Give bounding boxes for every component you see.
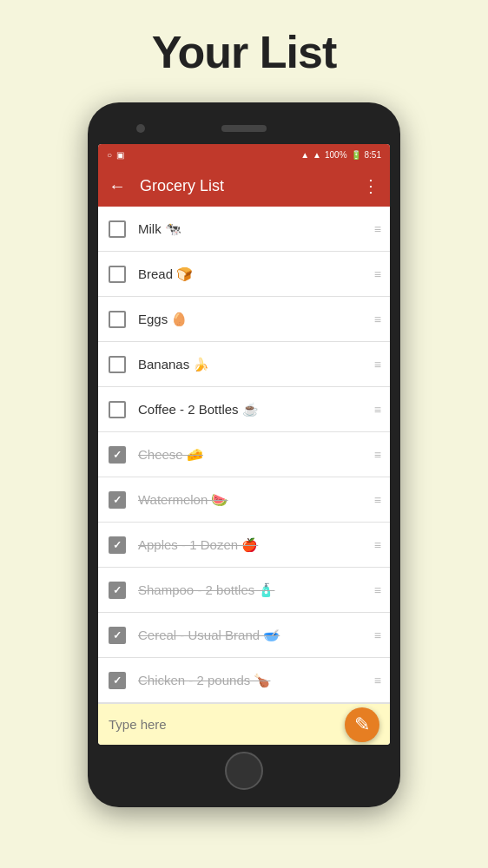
- toolbar-title: Grocery List: [140, 177, 362, 195]
- wifi-icon: ▲: [300, 150, 309, 160]
- list-item-text: Coffee - 2 Bottles ☕: [138, 402, 374, 418]
- drag-handle-icon[interactable]: ≡: [374, 584, 379, 596]
- drag-handle-icon[interactable]: ≡: [374, 494, 379, 506]
- drag-handle-icon[interactable]: ≡: [374, 358, 379, 371]
- phone-frame: ○ ▣ ▲ ▲ 100% 🔋 8:51 ← Grocery List ⋮ Mil…: [88, 102, 400, 807]
- list-item-checkbox[interactable]: [109, 356, 126, 373]
- add-icon: ✎: [354, 713, 370, 736]
- status-icon-square: ▣: [116, 150, 124, 160]
- status-right: ▲ ▲ 100% 🔋 8:51: [300, 150, 381, 160]
- list-item-checkbox[interactable]: [109, 311, 126, 328]
- list-item-text: Bananas 🍌: [138, 357, 374, 372]
- list-item-text: Bread 🍞: [138, 266, 374, 282]
- phone-bottom: [98, 752, 390, 790]
- drag-handle-icon[interactable]: ≡: [374, 404, 379, 416]
- battery-icon: 🔋: [351, 150, 361, 160]
- phone-screen: ○ ▣ ▲ ▲ 100% 🔋 8:51 ← Grocery List ⋮ Mil…: [98, 144, 390, 745]
- list-item-checkbox[interactable]: [109, 672, 126, 689]
- drag-handle-icon[interactable]: ≡: [374, 268, 379, 280]
- list-item-checkbox[interactable]: [109, 401, 126, 418]
- clock: 8:51: [365, 150, 381, 160]
- grocery-list: Milk 🐄≡Bread 🍞≡Eggs 🥚≡Bananas 🍌≡Coffee -…: [98, 207, 390, 703]
- list-item: Cereal - Usual Brand 🥣≡: [98, 613, 390, 658]
- drag-handle-icon[interactable]: ≡: [374, 674, 379, 687]
- list-item-text: Cheese 🧀: [138, 447, 374, 463]
- list-item: Watermelon 🍉≡: [98, 477, 390, 523]
- list-item: Milk 🐄≡: [98, 207, 390, 252]
- home-button[interactable]: [225, 752, 263, 790]
- list-item-checkbox[interactable]: [109, 266, 126, 283]
- list-item: Bread 🍞≡: [98, 252, 390, 297]
- list-item: Coffee - 2 Bottles ☕≡: [98, 387, 390, 432]
- list-item: Bananas 🍌≡: [98, 342, 390, 387]
- list-item-checkbox[interactable]: [109, 491, 126, 509]
- back-button[interactable]: ←: [109, 176, 126, 196]
- signal-icon: ▲: [313, 150, 321, 160]
- list-item-text: Cereal - Usual Brand 🥣: [138, 628, 374, 643]
- bottom-bar: ✎: [98, 703, 390, 745]
- list-item-text: Milk 🐄: [138, 221, 374, 237]
- list-item-checkbox[interactable]: [109, 536, 126, 554]
- list-item-text: Chicken - 2 pounds 🍗: [138, 673, 374, 688]
- list-item-checkbox[interactable]: [109, 220, 126, 238]
- list-item-text: Watermelon 🍉: [138, 492, 374, 508]
- drag-handle-icon[interactable]: ≡: [374, 313, 379, 326]
- list-item: Cheese 🧀≡: [98, 432, 390, 477]
- drag-handle-icon[interactable]: ≡: [374, 539, 379, 551]
- list-item: Apples - 1 Dozen 🍎≡: [98, 523, 390, 568]
- drag-handle-icon[interactable]: ≡: [374, 629, 379, 641]
- drag-handle-icon[interactable]: ≡: [374, 449, 379, 461]
- phone-top-bar: [98, 116, 390, 141]
- status-icon-circle: ○: [107, 150, 112, 160]
- phone-camera: [136, 124, 145, 133]
- add-item-button[interactable]: ✎: [345, 707, 379, 742]
- battery-percent: 100%: [325, 150, 347, 160]
- drag-handle-icon[interactable]: ≡: [374, 223, 379, 235]
- phone-speaker: [221, 125, 267, 132]
- list-item-text: Eggs 🥚: [138, 312, 374, 327]
- status-bar: ○ ▣ ▲ ▲ 100% 🔋 8:51: [98, 144, 390, 165]
- list-item: Shampoo - 2 bottles 🧴≡: [98, 568, 390, 613]
- list-item: Chicken - 2 pounds 🍗≡: [98, 658, 390, 703]
- list-item-checkbox[interactable]: [109, 627, 126, 644]
- list-item: Eggs 🥚≡: [98, 297, 390, 342]
- page-title: Your List: [152, 26, 336, 78]
- list-item-text: Apples - 1 Dozen 🍎: [138, 537, 374, 553]
- list-item-text: Shampoo - 2 bottles 🧴: [138, 582, 374, 598]
- app-toolbar: ← Grocery List ⋮: [98, 165, 390, 207]
- list-item-checkbox[interactable]: [109, 446, 126, 464]
- list-item-checkbox[interactable]: [109, 582, 126, 599]
- status-left: ○ ▣: [107, 150, 124, 160]
- type-here-input[interactable]: [109, 717, 345, 732]
- menu-button[interactable]: ⋮: [362, 175, 379, 196]
